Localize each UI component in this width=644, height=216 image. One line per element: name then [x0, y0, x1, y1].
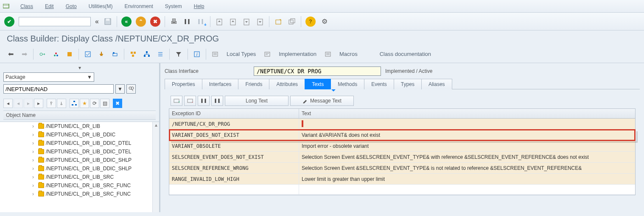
cell-exception-id[interactable]: /NEPTUNE/CX_DR_PROG: [169, 119, 299, 129]
table-row[interactable]: VARIANT_OBSOLETEImport error - obsolete …: [169, 141, 635, 152]
cell-text[interactable]: Variant &VARIANT& does not exist: [299, 130, 635, 140]
expand-icon[interactable]: ›: [32, 149, 36, 155]
implementation-icon[interactable]: [263, 50, 272, 59]
print-icon[interactable]: 🖶: [169, 17, 179, 26]
tree-item[interactable]: › /NEPTUNE/CL_DR_LIB_DDIC_SHLP: [0, 164, 159, 173]
close-tree-button[interactable]: ✖: [113, 99, 122, 108]
tree-item[interactable]: › /NEPTUNE/CL_DR_LIB_SRC_FUNC: [0, 181, 159, 190]
tree-item[interactable]: › /NEPTUNE/CL_DR_LIB_DDIC: [0, 130, 159, 139]
cell-text[interactable]: [299, 119, 635, 129]
expand-icon[interactable]: ›: [32, 183, 36, 188]
activate-icon[interactable]: [97, 50, 106, 59]
long-text-button[interactable]: Long Text: [225, 96, 288, 106]
tree-item[interactable]: › /NEPTUNE/CL_DR_LIB_DDIC_SHLP: [0, 156, 159, 164]
table-row[interactable]: VARIANT_DOES_NOT_EXISTVariant &VARIANT& …: [169, 130, 635, 141]
cell-exception-id[interactable]: SELSCREEN_EVENT_DOES_NOT_EXIST: [169, 152, 299, 162]
create-shortcut-icon[interactable]: [287, 17, 297, 26]
table-row[interactable]: /NEPTUNE/CX_DR_PROG: [169, 119, 635, 130]
object-list-icon[interactable]: [156, 50, 165, 59]
expand-icon[interactable]: ›: [32, 166, 36, 172]
table-row[interactable]: RANGE_INVALID_LOW_HIGHLower limit is gre…: [169, 174, 635, 185]
scroll-up-icon[interactable]: ▴: [153, 122, 159, 128]
enter-button[interactable]: ✔: [4, 17, 14, 27]
filter-icon[interactable]: [174, 50, 183, 59]
tab-types[interactable]: Types: [394, 79, 422, 89]
menu-utilities[interactable]: Utilities(M): [87, 2, 115, 11]
tab-aliases[interactable]: Aliases: [421, 79, 452, 89]
local-types-icon[interactable]: [210, 50, 220, 59]
next-object-icon[interactable]: ▸: [34, 99, 43, 108]
package-input[interactable]: [3, 84, 114, 94]
expand-all-icon[interactable]: ⫯: [47, 99, 56, 108]
menu-help[interactable]: Help: [192, 2, 206, 11]
back-button[interactable]: «: [121, 17, 132, 27]
expand-icon[interactable]: ›: [32, 174, 36, 180]
cell-text[interactable]: Selection Screen Event &SELSCREEN_EVENT_…: [299, 152, 635, 162]
cell-text[interactable]: Lower limit is greater than upper limit: [299, 174, 635, 184]
enhance-icon[interactable]: [65, 50, 74, 59]
cancel-button[interactable]: ✖: [150, 17, 160, 27]
tree-item[interactable]: › /NEPTUNE/CL_DR_LIB_SRC: [0, 173, 159, 181]
hierarchy-icon[interactable]: [142, 50, 151, 59]
find-icon[interactable]: [183, 17, 192, 26]
tab-attributes[interactable]: Attributes: [269, 79, 305, 89]
prev-object-icon[interactable]: ◂: [3, 99, 13, 108]
message-text-button[interactable]: Message Text: [290, 96, 354, 106]
cell-exception-id[interactable]: RANGE_INVALID_LOW_HIGH: [169, 174, 299, 184]
insert-row-icon[interactable]: +: [171, 96, 182, 106]
expand-icon[interactable]: ›: [32, 140, 36, 146]
expand-icon[interactable]: ›: [32, 132, 36, 138]
find-next-icon[interactable]: +: [196, 17, 206, 26]
display-change-icon[interactable]: [38, 50, 47, 59]
prev-page-icon[interactable]: [228, 17, 238, 26]
tree-item[interactable]: › /NEPTUNE/CL_DR_LIB_SRC_FUNC: [0, 190, 159, 198]
implementation-button[interactable]: Implementation: [276, 51, 319, 57]
object-type-select[interactable]: Package ▼: [3, 72, 94, 82]
tree-scrollbar[interactable]: ▴: [152, 122, 159, 212]
find-grid-icon[interactable]: [198, 96, 210, 106]
local-types-button[interactable]: Local Types: [224, 51, 258, 57]
display-button[interactable]: [126, 84, 136, 94]
help-button[interactable]: ?: [305, 17, 316, 27]
tree-item[interactable]: › /NEPTUNE/CL_DR_LIB_DDIC_DTEL: [0, 147, 159, 156]
arrow-left-icon[interactable]: ⬅: [6, 50, 15, 59]
hierarchy-mini-icon[interactable]: [70, 99, 79, 108]
column-exception-id[interactable]: Exception ID: [169, 109, 299, 118]
class-doc-button[interactable]: Class documentation: [377, 51, 434, 57]
exit-button[interactable]: ⌃: [136, 17, 146, 27]
collapse-handle-icon[interactable]: ▾: [3, 65, 156, 71]
system-menu-icon[interactable]: [3, 3, 10, 9]
cell-text[interactable]: Selection Screen Event &SELSCREEN_EVENT_…: [299, 163, 635, 173]
new-session-icon[interactable]: [274, 17, 283, 26]
tab-methods[interactable]: Methods: [330, 79, 364, 89]
test-icon[interactable]: [110, 50, 120, 59]
refresh-icon[interactable]: ⟳: [90, 99, 99, 108]
next-page-icon[interactable]: [242, 17, 251, 26]
last-page-icon[interactable]: [255, 17, 265, 26]
save-icon[interactable]: [103, 17, 112, 26]
cell-exception-id[interactable]: VARIANT_DOES_NOT_EXIST: [169, 130, 299, 140]
expand-icon[interactable]: ›: [32, 191, 36, 197]
options-icon[interactable]: ▤: [100, 99, 109, 108]
object-tree[interactable]: › /NEPTUNE/CL_DR_LIB› /NEPTUNE/CL_DR_LIB…: [0, 122, 159, 212]
tree-item[interactable]: › /NEPTUNE/CL_DR_LIB: [0, 122, 159, 130]
history-back-icon[interactable]: «: [95, 18, 99, 25]
find-next-grid-icon[interactable]: +: [211, 96, 223, 106]
delete-row-icon[interactable]: −: [184, 96, 196, 106]
tab-texts[interactable]: Texts: [305, 79, 331, 89]
table-row[interactable]: SELSCREEN_EVENT_DOES_NOT_EXISTSelection …: [169, 152, 635, 163]
other-object-icon[interactable]: [51, 50, 61, 59]
tab-events[interactable]: Events: [364, 79, 394, 89]
tree-item[interactable]: › /NEPTUNE/CL_DR_LIB_DDIC_DTEL: [0, 139, 159, 147]
customize-layout-icon[interactable]: ⚙: [320, 17, 329, 26]
column-text[interactable]: Text: [299, 109, 635, 118]
where-used-icon[interactable]: [129, 50, 138, 59]
menu-edit[interactable]: Edit: [43, 2, 56, 11]
package-dropdown-button[interactable]: ▼: [115, 84, 125, 94]
menu-class[interactable]: Class: [19, 2, 35, 11]
cell-exception-id[interactable]: VARIANT_OBSOLETE: [169, 141, 299, 151]
table-row[interactable]: SELSCREEN_REFERENCE_WRONGSelection Scree…: [169, 163, 635, 174]
cell-exception-id[interactable]: SELSCREEN_REFERENCE_WRONG: [169, 163, 299, 173]
menu-environment[interactable]: Environment: [123, 2, 154, 11]
favorite-icon[interactable]: ★: [80, 99, 89, 108]
